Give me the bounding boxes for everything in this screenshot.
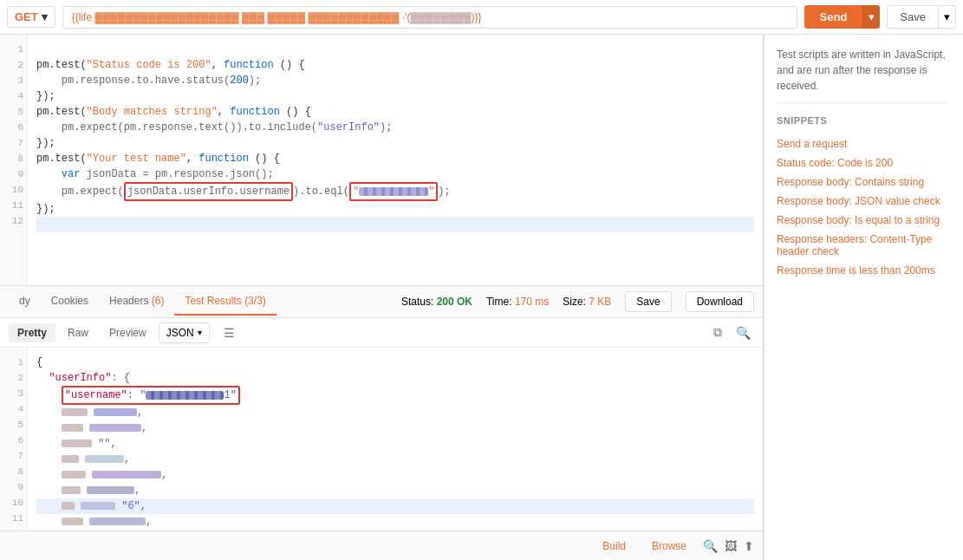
status-value: 200 OK — [437, 296, 472, 308]
url-template-part: {{life ▓▓▓▓▓▓▓▓▓▓▓▓▓▓▓▓▓▓▓ ▓▓▓ ▓▓▓▓▓ ▓▓▓… — [72, 11, 411, 23]
response-download-button[interactable]: Download — [686, 291, 754, 312]
tab-cookies[interactable]: Cookies — [41, 288, 99, 316]
format-tab-json[interactable]: JSON ▾ — [159, 322, 210, 343]
size-label: Size: 7 KB — [563, 296, 611, 308]
resp-line-11: , — [36, 514, 754, 530]
method-dropdown-icon: ▾ — [42, 10, 48, 23]
status-label: Status: 200 OK — [401, 296, 472, 308]
send-button-group: Send ▾ — [804, 5, 881, 29]
tab-test-results[interactable]: Test Results (3/3) — [174, 288, 276, 316]
top-bar: GET ▾ {{life ▓▓▓▓▓▓▓▓▓▓▓▓▓▓▓▓▓▓▓ ▓▓▓ ▓▓▓… — [0, 0, 963, 35]
save-dropdown-button[interactable]: ▾ — [939, 5, 956, 29]
resp-line-3: "username": "1" — [36, 386, 754, 405]
code-line-5: pm.test("Body matches string", function … — [36, 104, 754, 120]
snippets-panel: Test scripts are written in JavaScript, … — [764, 35, 963, 560]
snippet-send-request[interactable]: Send a request — [777, 134, 951, 153]
snippet-body-json[interactable]: Response body: JSON value check — [777, 192, 951, 211]
url-end: )}} — [472, 11, 482, 23]
snippets-intro: Test scripts are written in JavaScript, … — [777, 47, 951, 103]
code-line-8: pm.test("Your test name", function () { — [36, 151, 754, 166]
resp-line-1: { — [36, 355, 754, 370]
upload-bottom-icon[interactable]: ⬆ — [744, 539, 754, 553]
send-button[interactable]: Send — [804, 5, 863, 29]
method-label: GET — [15, 10, 38, 23]
editor-panel: 123456789101112 pm.test("Status code is … — [0, 35, 764, 560]
resp-line-8: , — [36, 467, 754, 483]
code-line-6: pm.expect(pm.response.text()).to.include… — [36, 120, 754, 135]
url-middle: ▓▓▓▓▓▓▓▓ — [411, 11, 472, 23]
code-editor[interactable]: 123456789101112 pm.test("Status code is … — [0, 35, 763, 286]
snippets-section-title: SNIPPETS — [777, 115, 951, 126]
json-label: JSON — [166, 327, 194, 339]
copy-icon[interactable]: ⧉ — [710, 323, 726, 342]
browse-button[interactable]: Browse — [642, 537, 696, 556]
resp-line-2: "userInfo": { — [36, 370, 754, 386]
resp-line-6: "", — [36, 436, 754, 452]
resp-line-5: , — [36, 420, 754, 436]
snippet-body-equal[interactable]: Response body: Is equal to a string — [777, 211, 951, 230]
tab-headers[interactable]: Headers (6) — [99, 288, 174, 316]
image-bottom-icon[interactable]: 🖼 — [725, 539, 737, 553]
snippet-headers-content-type[interactable]: Response headers: Content-Type header ch… — [777, 230, 951, 261]
code-line-11: }); — [36, 201, 754, 217]
response-tabs: dy Cookies Headers (6) Test Results (3/3… — [0, 286, 393, 317]
code-line-12 — [36, 217, 754, 232]
main-container: 123456789101112 pm.test("Status code is … — [0, 35, 963, 560]
format-tab-pretty[interactable]: Pretty — [9, 323, 55, 342]
snippet-response-time[interactable]: Response time is less than 200ms — [777, 261, 951, 280]
search-bottom-icon[interactable]: 🔍 — [703, 539, 718, 553]
wrap-icon[interactable]: ☰ — [220, 324, 238, 342]
snippet-body-contains[interactable]: Response body: Contains string — [777, 173, 951, 192]
code-line-4: }); — [36, 88, 754, 104]
save-button[interactable]: Save — [887, 5, 939, 29]
code-line-10: pm.expect(jsonData.userInfo.username).to… — [36, 182, 754, 201]
size-value: 7 KB — [589, 296, 611, 308]
code-line-1 — [36, 42, 754, 57]
format-tab-preview[interactable]: Preview — [101, 323, 155, 342]
time-label: Time: 170 ms — [486, 296, 549, 308]
json-dropdown-icon: ▾ — [198, 328, 202, 337]
format-tab-raw[interactable]: Raw — [59, 323, 97, 342]
response-status-bar: Status: 200 OK Time: 170 ms Size: 7 KB S… — [393, 286, 763, 317]
code-line-7: }); — [36, 135, 754, 151]
resp-line-7: , — [36, 452, 754, 467]
code-line-3: pm.response.to.have.status(200); — [36, 73, 754, 88]
save-button-group: Save ▾ — [887, 5, 956, 29]
line-numbers: 123456789101112 — [0, 35, 28, 285]
search-icon[interactable]: 🔍 — [732, 323, 754, 342]
snippet-status-200[interactable]: Status code: Code is 200 — [777, 153, 951, 173]
code-line-2: pm.test("Status code is 200", function (… — [36, 57, 754, 73]
format-icons: ⧉ 🔍 — [710, 323, 754, 342]
time-value: 170 ms — [515, 296, 549, 308]
resp-line-9: , — [36, 483, 754, 498]
bottom-bar: Build Browse 🔍 🖼 ⬆ — [0, 531, 763, 560]
url-input[interactable]: {{life ▓▓▓▓▓▓▓▓▓▓▓▓▓▓▓▓▓▓▓ ▓▓▓ ▓▓▓▓▓ ▓▓▓… — [62, 6, 797, 29]
method-selector[interactable]: GET ▾ — [7, 6, 55, 28]
response-line-numbers: 123456789101112 — [0, 348, 28, 531]
response-code: { "userInfo": { "username": "1" , , "", … — [28, 348, 763, 531]
send-dropdown-button[interactable]: ▾ — [862, 5, 880, 29]
response-save-button[interactable]: Save — [625, 291, 671, 312]
tab-body[interactable]: dy — [9, 288, 41, 316]
build-button[interactable]: Build — [593, 537, 635, 556]
code-content: pm.test("Status code is 200", function (… — [28, 35, 763, 285]
resp-line-4: , — [36, 405, 754, 420]
format-tabs: Pretty Raw Preview JSON ▾ ☰ ⧉ 🔍 — [0, 318, 763, 348]
response-body[interactable]: 123456789101112 { "userInfo": { "usernam… — [0, 348, 763, 531]
resp-line-10: "6", — [36, 498, 754, 514]
code-line-9: var jsonData = pm.response.json(); — [36, 166, 754, 182]
